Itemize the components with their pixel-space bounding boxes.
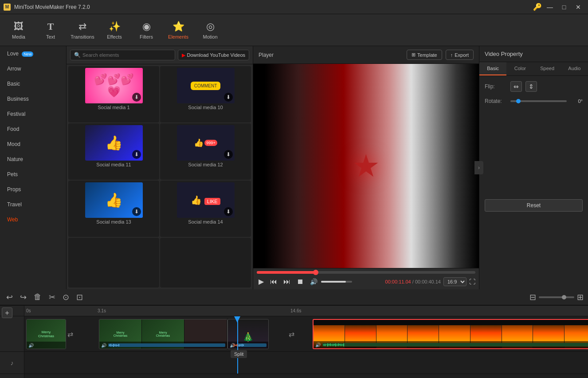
rotate-row: Rotate: 0° [485, 98, 583, 104]
sidebar-item-food[interactable]: Food [0, 122, 66, 137]
toolbar-text[interactable]: T Text [35, 17, 66, 43]
next-button[interactable]: ⏭ [282, 277, 292, 287]
sidebar-item-nature[interactable]: Nature [0, 152, 66, 167]
props-body: Flip: ⇔ ⇕ Rotate: 0° Reset [479, 76, 588, 217]
sidebar-item-festival[interactable]: Festival [0, 106, 66, 122]
play-button[interactable]: ▶ [257, 276, 266, 287]
time-display: 00:00:11.04 / 00:00:40.14 [385, 279, 441, 284]
fullscreen-button[interactable]: ⛶ [469, 278, 475, 285]
key-icon: 🔑 [533, 3, 542, 12]
delete-button[interactable]: 🗑 [31, 291, 44, 303]
element-thumb-sm13: 👍 ⬇ [85, 182, 143, 218]
element-thumb-partial2 [177, 240, 235, 275]
sidebar-item-travel[interactable]: Travel [0, 197, 66, 212]
clip-2-audio: 🔊 [99, 342, 227, 349]
clip-1[interactable]: MerryChristmas 🔊 [26, 319, 66, 349]
add-track-label: ＋ [0, 316, 24, 352]
toolbar-elements[interactable]: ⭐ Elements [163, 17, 193, 43]
sidebar-item-pets[interactable]: Pets [0, 167, 66, 182]
app-icon: M [4, 4, 11, 11]
element-card-partial2[interactable] [160, 238, 251, 287]
sm11-download-icon[interactable]: ⬇ [132, 150, 141, 159]
rotate-slider[interactable] [510, 100, 567, 102]
video-track: MerryChristmas 🔊 MerryChristmas MerryChr… [24, 316, 588, 352]
zoom-in-button[interactable]: ⊞ [576, 291, 584, 303]
add-track-button[interactable]: ＋ [2, 307, 12, 318]
element-card-sm14[interactable]: 👍 LIKE ⬇ Social media 14 [160, 181, 251, 237]
toolbar-filters[interactable]: ◉ Filters [131, 17, 161, 43]
zoom-slider[interactable] [539, 296, 574, 298]
collapse-panel-button[interactable]: › [474, 161, 483, 174]
sidebar-item-props[interactable]: Props [0, 182, 66, 197]
undo-button[interactable]: ↩ [4, 291, 16, 304]
search-box[interactable]: 🔍 [70, 50, 175, 60]
prev-button[interactable]: ⏮ [268, 277, 279, 287]
aspect-ratio-select[interactable]: 16:9 9:16 4:3 1:1 [443, 277, 466, 286]
element-card-sm1[interactable]: 💕💕💕💗 ⬇ Social media 1 [68, 66, 159, 122]
props-tab-basic[interactable]: Basic [479, 62, 506, 75]
sidebar-item-web[interactable]: Web [0, 212, 66, 227]
sm11-label: Social media 11 [96, 162, 131, 167]
search-input[interactable] [82, 52, 171, 58]
timeline-body: ＋ ♪ 0s 3.1s 14.6s MerryChristmas 🔊 [0, 306, 588, 378]
sm10-download-icon[interactable]: ⬇ [224, 93, 233, 102]
progress-bar[interactable] [257, 271, 475, 274]
element-card-sm13[interactable]: 👍 ⬇ Social media 13 [68, 181, 159, 237]
sm1-label: Social media 1 [98, 105, 129, 110]
close-button[interactable]: ✕ [572, 3, 584, 12]
sidebar-item-basic[interactable]: Basic [0, 76, 66, 91]
toolbar-filters-label: Filters [140, 34, 153, 39]
player-section: Player ⊞ Template ↑ Export ★ [253, 46, 479, 289]
sidebar-item-business[interactable]: Business [0, 91, 66, 106]
element-card-sm11[interactable]: 👍 ⬇ Social media 11 [68, 123, 159, 180]
toolbar-elements-label: Elements [168, 34, 188, 39]
toolbar-transitions[interactable]: ⇄ Transitions [67, 17, 98, 43]
maximize-button[interactable]: □ [558, 3, 570, 12]
volume-slider[interactable] [321, 281, 352, 283]
props-tab-color[interactable]: Color [506, 62, 533, 75]
sidebar-item-mood[interactable]: Mood [0, 137, 66, 152]
sm14-download-icon[interactable]: ⬇ [224, 207, 233, 216]
sm13-label: Social media 13 [96, 219, 131, 224]
timeline: ＋ ♪ 0s 3.1s 14.6s MerryChristmas 🔊 [0, 305, 588, 378]
element-card-sm10[interactable]: COMMENT ⬇ Social media 10 [160, 66, 251, 122]
export-button[interactable]: ↑ Export [446, 50, 474, 60]
player-tab: Player [259, 52, 274, 58]
clip-4[interactable]: 🔊 [313, 319, 588, 349]
template-button[interactable]: ⊞ Template [407, 50, 442, 60]
flip-horizontal-button[interactable]: ⇔ [510, 81, 522, 92]
element-card-partial1[interactable] [68, 238, 159, 287]
toolbar-effects[interactable]: ✨ Effects [99, 17, 129, 43]
clip-2[interactable]: MerryChristmas MerryChristmas 🔊 [99, 319, 227, 349]
minimize-button[interactable]: — [544, 3, 556, 12]
redo-button[interactable]: ↪ [17, 291, 29, 304]
media-icon: 🖼 [14, 21, 24, 32]
sm12-download-icon[interactable]: ⬇ [224, 150, 233, 159]
sm1-download-icon[interactable]: ⬇ [132, 93, 141, 102]
props-tab-speed[interactable]: Speed [534, 62, 561, 75]
flip-vertical-button[interactable]: ⇕ [525, 81, 537, 92]
element-thumb-sm1: 💕💕💕💗 ⬇ [85, 68, 143, 103]
stop-button[interactable]: ⏹ [295, 277, 306, 287]
props-tab-audio[interactable]: Audio [561, 62, 588, 75]
toolbar-media[interactable]: 🖼 Media [4, 17, 34, 43]
element-card-sm12[interactable]: 👍 999+ ⬇ Social media 12 [160, 123, 251, 180]
zoom-out-button[interactable]: ⊟ [529, 291, 537, 303]
filters-icon: ◉ [142, 21, 151, 32]
current-time: 00:00:11.04 [385, 279, 411, 284]
sm13-download-icon[interactable]: ⬇ [132, 207, 141, 216]
toolbar-effects-label: Effects [107, 34, 122, 39]
reset-button[interactable]: Reset [485, 199, 583, 212]
toolbar-motion-label: Motion [203, 34, 217, 39]
sidebar-item-love[interactable]: Love New [0, 46, 66, 61]
audio-button[interactable]: ⊙ [60, 291, 72, 304]
video-content: ★ [253, 64, 479, 268]
toolbar-text-label: Text [46, 34, 55, 39]
download-youtube-button[interactable]: ▶ Download YouTube Videos [178, 50, 250, 60]
crop-button[interactable]: ⊡ [74, 291, 86, 304]
sidebar-item-arrow[interactable]: Arrow [0, 61, 66, 76]
toolbar-motion[interactable]: ◎ Motion [195, 17, 225, 43]
volume-button[interactable]: 🔊 [308, 277, 319, 286]
cut-button[interactable]: ✂ [46, 291, 58, 304]
elements-grid: 💕💕💕💗 ⬇ Social media 1 COMMENT ⬇ Social m… [67, 64, 253, 289]
